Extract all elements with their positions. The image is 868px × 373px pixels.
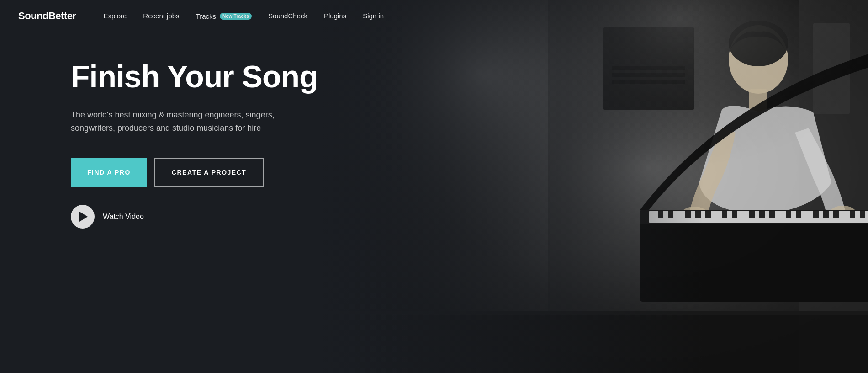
watch-video-wrapper[interactable]: Watch Video xyxy=(71,205,318,229)
hero-subtitle: The world's best mixing & mastering engi… xyxy=(71,108,290,135)
hero-buttons: FIND A PRO CREATE A PROJECT xyxy=(71,158,318,186)
recent-jobs-link[interactable]: Recent jobs xyxy=(143,12,179,20)
explore-link[interactable]: Explore xyxy=(104,12,127,20)
find-pro-button[interactable]: FIND A PRO xyxy=(71,158,147,186)
nav-item-recent-jobs[interactable]: Recent jobs xyxy=(143,12,179,20)
create-project-button[interactable]: CREATE A PROJECT xyxy=(154,158,264,186)
logo-text: SoundBetter xyxy=(18,10,76,21)
nav-item-soundcheck[interactable]: SoundCheck xyxy=(268,12,307,20)
plugins-link[interactable]: Plugins xyxy=(324,12,346,20)
sign-in-link[interactable]: Sign in xyxy=(363,12,384,20)
page-wrapper: SoundBetter Explore Recent jobs Tracks N… xyxy=(0,0,868,373)
soundcheck-link[interactable]: SoundCheck xyxy=(268,12,307,20)
tracks-link[interactable]: Tracks New Tracks xyxy=(196,12,252,20)
nav-item-sign-in[interactable]: Sign in xyxy=(363,12,384,20)
nav-item-plugins[interactable]: Plugins xyxy=(324,12,346,20)
play-button[interactable] xyxy=(71,205,95,229)
hero-title: Finish Your Song xyxy=(71,59,318,94)
play-icon xyxy=(79,212,88,222)
tracks-wrapper: Tracks New Tracks xyxy=(196,12,252,20)
hero-content: Finish Your Song The world's best mixing… xyxy=(71,59,318,229)
logo[interactable]: SoundBetter xyxy=(18,10,76,22)
new-tracks-badge: New Tracks xyxy=(220,13,252,20)
nav-item-explore[interactable]: Explore xyxy=(104,12,127,20)
nav-links: Explore Recent jobs Tracks New Tracks So… xyxy=(104,12,384,20)
watch-video-label: Watch Video xyxy=(103,213,144,221)
main-nav: SoundBetter Explore Recent jobs Tracks N… xyxy=(0,0,868,32)
nav-item-tracks[interactable]: Tracks New Tracks xyxy=(196,12,252,20)
